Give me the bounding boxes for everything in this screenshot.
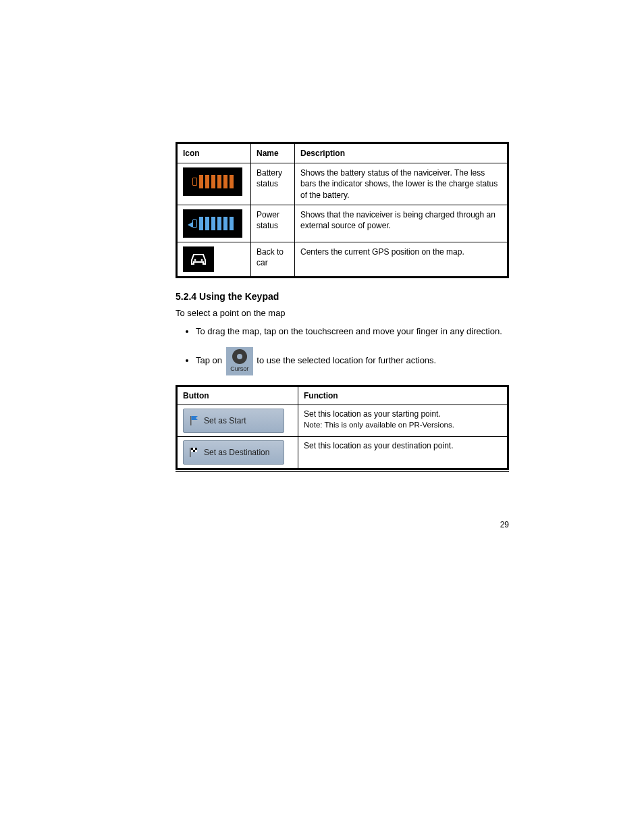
function-desc: Set this location as your destination po… <box>304 441 453 450</box>
button-label: Set as Start <box>204 415 246 426</box>
table-row: Power status Shows that the naviceiver i… <box>177 205 508 242</box>
icon-name-description-table: Icon Name Description Battery status Sho… <box>176 142 509 278</box>
table-row: Set as Destination Set this location as … <box>177 436 508 469</box>
cell-description: Shows the battery status of the naviceiv… <box>295 163 508 205</box>
list-item: Tap on Cursor to use the selected locati… <box>196 347 509 375</box>
table-header-row: Icon Name Description <box>177 143 508 163</box>
cell-function: Set this location as your starting point… <box>298 405 508 436</box>
function-desc: Set this location as your starting point… <box>304 409 502 419</box>
table-row: Battery status Shows the battery status … <box>177 163 508 205</box>
section-heading: 5.2.4 Using the Keypad <box>176 290 509 303</box>
cell-description: Centers the current GPS position on the … <box>295 242 508 277</box>
svg-rect-5 <box>193 448 195 450</box>
page-number: 29 <box>176 519 509 530</box>
svg-rect-3 <box>190 448 191 457</box>
bullet-list: To drag the map, tap on the touchscreen … <box>176 325 509 375</box>
table-header-row: Button Function <box>177 386 508 405</box>
svg-rect-6 <box>195 448 197 450</box>
battery-status-icon <box>183 167 242 196</box>
cursor-icon-label: Cursor <box>230 365 248 372</box>
svg-rect-8 <box>193 450 195 452</box>
col-header-description: Description <box>295 143 508 163</box>
table-continuation-rule <box>176 471 509 472</box>
cell-name: Power status <box>251 205 295 242</box>
checkered-flag-icon <box>189 447 200 458</box>
list-item-text-pre: Tap on <box>196 355 225 365</box>
table-row: Set as Start Set this location as your s… <box>177 405 508 436</box>
cell-function: Set this location as your destination po… <box>298 436 508 469</box>
col-header-button: Button <box>177 386 298 405</box>
table-row: Back to car Centers the current GPS posi… <box>177 242 508 277</box>
button-function-table: Button Function Set as Start Set this lo… <box>176 385 509 470</box>
car-icon <box>183 246 214 272</box>
list-item: To drag the map, tap on the touchscreen … <box>196 325 509 338</box>
cell-button: Set as Destination <box>177 436 298 469</box>
cell-name: Back to car <box>251 242 295 277</box>
svg-rect-2 <box>190 416 192 425</box>
cell-icon <box>177 205 251 242</box>
cursor-icon: Cursor <box>226 347 253 375</box>
set-as-start-button[interactable]: Set as Start <box>183 409 284 433</box>
flag-icon <box>189 415 200 426</box>
cell-icon <box>177 163 251 205</box>
button-label: Set as Destination <box>204 447 269 458</box>
col-header-icon: Icon <box>177 143 251 163</box>
cell-icon <box>177 242 251 277</box>
svg-rect-7 <box>191 450 193 452</box>
col-header-name: Name <box>251 143 295 163</box>
power-status-icon <box>183 209 242 238</box>
svg-point-0 <box>194 259 196 261</box>
cell-button: Set as Start <box>177 405 298 436</box>
function-note: Note: This is only available on PR-Versi… <box>304 421 454 429</box>
document-page: Icon Name Description Battery status Sho… <box>0 0 644 598</box>
set-as-destination-button[interactable]: Set as Destination <box>183 440 284 465</box>
svg-point-1 <box>201 259 203 261</box>
list-item-text: To drag the map, tap on the touchscreen … <box>196 326 502 336</box>
list-item-text-post: to use the selected location for further… <box>257 355 436 365</box>
cell-description: Shows that the naviceiver is being charg… <box>295 205 508 242</box>
col-header-function: Function <box>298 386 508 405</box>
section-intro: To select a point on the map <box>176 307 509 319</box>
svg-rect-4 <box>191 448 193 450</box>
cell-name: Battery status <box>251 163 295 205</box>
svg-rect-9 <box>195 450 197 452</box>
